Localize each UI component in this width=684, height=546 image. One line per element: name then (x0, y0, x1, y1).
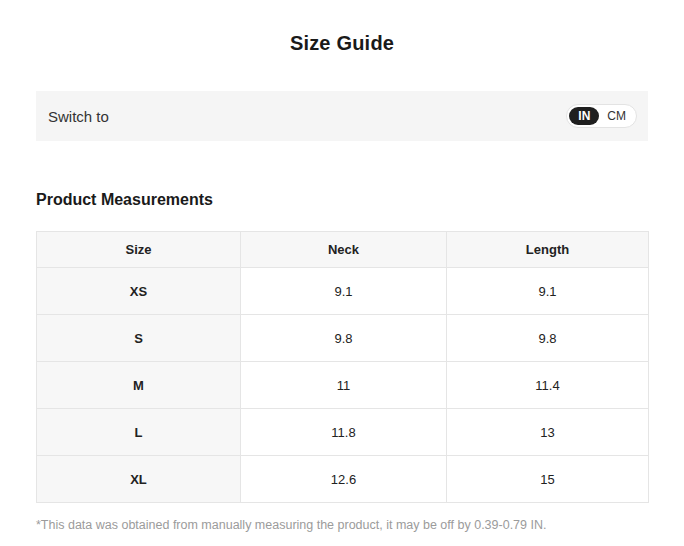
length-value: 9.1 (447, 268, 649, 315)
measurements-table: Size Neck Length XS 9.1 9.1 S 9.8 9.8 M (36, 231, 649, 503)
unit-option-in[interactable]: IN (569, 107, 599, 125)
table-row: M 11 11.4 (37, 362, 649, 409)
size-value: XL (37, 456, 241, 503)
unit-toggle[interactable]: IN CM (566, 104, 637, 128)
table-row: S 9.8 9.8 (37, 315, 649, 362)
length-value: 9.8 (447, 315, 649, 362)
size-value: M (37, 362, 241, 409)
measurement-disclaimer: *This data was obtained from manually me… (36, 518, 648, 532)
neck-value: 9.1 (241, 268, 447, 315)
column-header-neck: Neck (241, 232, 447, 268)
table-header-row: Size Neck Length (37, 232, 649, 268)
switch-to-label: Switch to (48, 108, 109, 125)
size-guide-panel: Size Guide Switch to IN CM Product Measu… (0, 0, 684, 532)
column-header-size: Size (37, 232, 241, 268)
size-value: S (37, 315, 241, 362)
length-value: 15 (447, 456, 649, 503)
product-measurements-heading: Product Measurements (36, 191, 648, 209)
neck-value: 11 (241, 362, 447, 409)
table-row: XL 12.6 15 (37, 456, 649, 503)
unit-option-cm[interactable]: CM (599, 107, 634, 125)
length-value: 13 (447, 409, 649, 456)
size-value: L (37, 409, 241, 456)
page-title: Size Guide (0, 0, 684, 55)
neck-value: 11.8 (241, 409, 447, 456)
neck-value: 9.8 (241, 315, 447, 362)
size-value: XS (37, 268, 241, 315)
length-value: 11.4 (447, 362, 649, 409)
table-row: L 11.8 13 (37, 409, 649, 456)
column-header-length: Length (447, 232, 649, 268)
neck-value: 12.6 (241, 456, 447, 503)
unit-switch-band: Switch to IN CM (36, 91, 648, 141)
table-row: XS 9.1 9.1 (37, 268, 649, 315)
